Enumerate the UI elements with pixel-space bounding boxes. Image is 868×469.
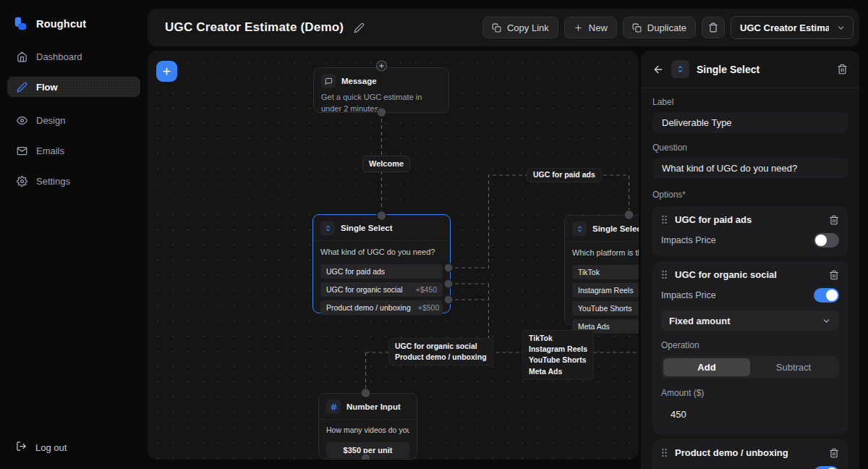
option-title: UGC for paid ads xyxy=(675,214,752,225)
sidebar: Roughcut Dashboard Flow Design Emails Se… xyxy=(0,0,148,469)
sidebar-item-design[interactable]: Design xyxy=(7,110,140,130)
node-type-label: Number Input xyxy=(346,402,401,411)
amount-input[interactable] xyxy=(661,404,839,425)
plus-icon xyxy=(574,23,583,33)
sidebar-item-settings[interactable]: Settings xyxy=(7,171,140,191)
question-field-input[interactable] xyxy=(652,158,848,179)
sidebar-item-emails[interactable]: Emails xyxy=(7,140,140,161)
logout-icon xyxy=(16,441,27,454)
chevron-down-icon xyxy=(836,23,846,33)
sidebar-item-label: Flow xyxy=(36,82,58,93)
flow-canvas[interactable]: Message Get a quick UGC estimate in unde… xyxy=(148,51,639,460)
logout-label: Log out xyxy=(35,442,67,453)
trash-icon[interactable] xyxy=(829,215,839,225)
sidebar-item-label: Design xyxy=(36,115,65,126)
impacts-price-label: Impacts Price xyxy=(661,235,716,245)
option-card-organic-social: UGC for organic social Impacts Price Fix… xyxy=(652,261,848,434)
impacts-price-toggle[interactable] xyxy=(814,233,839,248)
top-bar: UGC Creator Estimate (Demo) Copy Link Ne… xyxy=(148,9,859,46)
drag-handle-icon[interactable] xyxy=(661,215,668,224)
sidebar-item-label: Settings xyxy=(36,176,70,187)
trash-icon xyxy=(708,22,718,33)
copy-link-button[interactable]: Copy Link xyxy=(482,17,558,38)
delete-flow-button[interactable] xyxy=(702,17,725,38)
hash-icon xyxy=(326,400,341,414)
node-question: How many videos do you need? xyxy=(326,425,409,436)
question-field-label: Question xyxy=(652,143,848,153)
edit-title-icon[interactable] xyxy=(354,22,365,33)
impacts-price-toggle[interactable] xyxy=(814,288,839,303)
node-option[interactable]: Instagram Reels xyxy=(572,283,639,297)
node-message[interactable]: Message Get a quick UGC estimate in unde… xyxy=(313,67,449,113)
topbar-actions: Copy Link New Duplicate UGC Creator Esti… xyxy=(482,16,854,39)
node-single-select-deliverable[interactable]: Single Select What kind of UGC do you ne… xyxy=(312,214,451,313)
flow-selector-dropdown[interactable]: UGC Creator Estimate (... xyxy=(731,16,854,39)
gear-icon xyxy=(16,175,27,187)
price-type-select[interactable]: Fixed amount xyxy=(661,310,839,331)
node-question: Which platform is this for? xyxy=(572,248,639,259)
eye-icon xyxy=(16,114,27,126)
impacts-price-toggle[interactable] xyxy=(814,466,839,469)
properties-panel: Single Select Label Question Options* UG… xyxy=(641,51,859,469)
chevron-down-icon xyxy=(822,316,831,326)
message-icon xyxy=(321,74,336,88)
sidebar-item-label: Dashboard xyxy=(36,51,82,62)
sidebar-nav: Dashboard Flow Design Emails Settings xyxy=(0,46,148,191)
pencil-icon xyxy=(16,81,27,93)
trash-icon[interactable] xyxy=(829,270,839,280)
operation-segmented-control: Add Subtract xyxy=(661,356,839,379)
logout-button[interactable]: Log out xyxy=(7,437,75,457)
node-number-input[interactable]: Number Input How many videos do you need… xyxy=(318,393,417,460)
add-node-button[interactable] xyxy=(156,61,177,82)
node-message-text: Get a quick UGC estimate in under 2 minu… xyxy=(321,92,441,115)
copy-icon xyxy=(492,23,501,33)
drag-handle-icon[interactable] xyxy=(661,270,668,279)
edge-label-merged: UGC for organic social Product demo / un… xyxy=(388,338,493,366)
new-flow-button[interactable]: New xyxy=(564,17,617,38)
node-type-label: Single Select xyxy=(592,224,639,233)
option-card-product-demo: Product demo / unboxing Impacts Price xyxy=(652,439,848,469)
single-select-icon xyxy=(572,221,587,236)
brand-name: Roughcut xyxy=(36,18,86,30)
single-select-icon xyxy=(671,60,689,78)
option-title: Product demo / unboxing xyxy=(675,447,788,458)
operation-subtract-button[interactable]: Subtract xyxy=(750,358,837,376)
plus-icon xyxy=(161,66,172,77)
sidebar-item-label: Emails xyxy=(36,145,64,156)
node-question: What kind of UGC do you need? xyxy=(320,247,443,258)
options-section-label: Options* xyxy=(652,190,848,200)
duplicate-button[interactable]: Duplicate xyxy=(623,17,696,38)
back-icon[interactable] xyxy=(652,64,664,75)
edge-label-welcome: Welcome xyxy=(362,156,410,172)
node-single-select-platform[interactable]: Single Select Which platform is this for… xyxy=(564,215,639,325)
node-option[interactable]: TikTok xyxy=(572,265,639,279)
copy-icon xyxy=(632,23,642,33)
operation-label: Operation xyxy=(661,340,839,350)
edge-label-paid-ads: UGC for paid ads xyxy=(527,168,602,182)
label-field-input[interactable] xyxy=(652,112,848,133)
node-option[interactable]: YouTube Shorts xyxy=(572,301,639,316)
node-option[interactable]: UGC for organic social +$450 xyxy=(320,282,443,297)
sidebar-item-flow[interactable]: Flow xyxy=(7,77,140,97)
sidebar-item-dashboard[interactable]: Dashboard xyxy=(7,46,140,67)
roughcut-logo-icon xyxy=(13,16,29,32)
amount-label: Amount ($) xyxy=(661,388,839,398)
option-title: UGC for organic social xyxy=(675,269,777,280)
node-option[interactable]: Product demo / unboxing +$500 xyxy=(320,300,443,315)
impacts-price-label: Impacts Price xyxy=(661,290,716,300)
operation-add-button[interactable]: Add xyxy=(663,358,750,376)
edge-label-platforms: TikTok Instagram Reels YouTube Shorts Me… xyxy=(522,330,594,380)
panel-title: Single Select xyxy=(697,64,760,75)
brand: Roughcut xyxy=(0,0,148,32)
home-icon xyxy=(16,51,27,62)
drag-handle-icon[interactable] xyxy=(661,448,668,457)
node-option[interactable]: UGC for paid ads xyxy=(320,264,443,279)
delete-node-button[interactable] xyxy=(837,64,848,75)
node-type-label: Message xyxy=(341,77,377,85)
option-card-paid-ads: UGC for paid ads Impacts Price xyxy=(652,206,848,256)
label-field-label: Label xyxy=(652,97,848,107)
trash-icon[interactable] xyxy=(829,448,839,458)
node-type-label: Single Select xyxy=(341,224,393,232)
single-select-icon xyxy=(320,221,335,235)
mail-icon xyxy=(16,145,27,156)
